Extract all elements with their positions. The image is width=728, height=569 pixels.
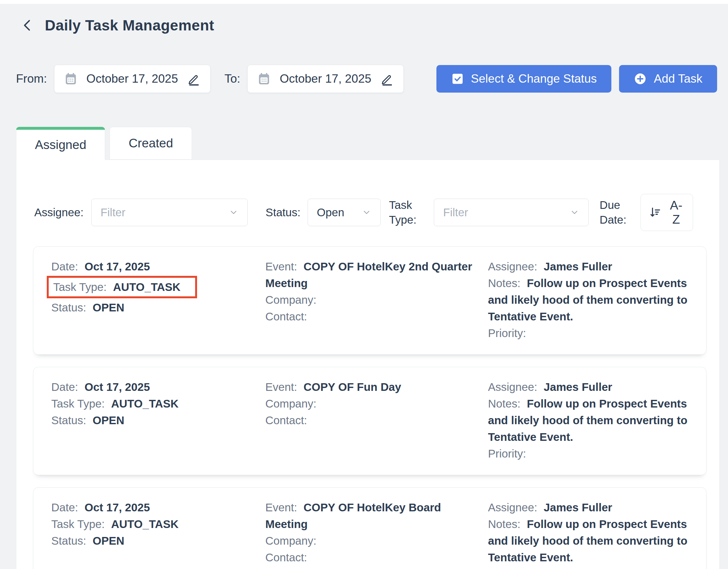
action-buttons: Select & Change Status Add Task <box>436 65 717 93</box>
task-status: OPEN <box>93 301 124 314</box>
tab-created[interactable]: Created <box>110 127 192 160</box>
chevron-down-icon <box>229 208 238 217</box>
task-status: OPEN <box>93 534 124 547</box>
checkbox-icon <box>451 72 464 85</box>
tab-assigned[interactable]: Assigned <box>16 127 105 160</box>
task-type-highlight-box: Task Type:AUTO_TASK <box>51 395 178 412</box>
edit-pencil-icon[interactable] <box>380 72 394 86</box>
assignee-filter-placeholder: Filter <box>101 206 126 219</box>
task-type: AUTO_TASK <box>113 281 181 293</box>
task-card-middle-column: Event:COPY OF HotelKey 2nd Quarter Meeti… <box>265 258 478 342</box>
task-type-filter-placeholder: Filter <box>443 206 468 219</box>
task-type-filter-dropdown[interactable]: Filter <box>434 199 589 226</box>
back-button[interactable] <box>20 18 35 33</box>
task-card[interactable]: Date:Oct 17, 2025 Task Type:AUTO_TASK St… <box>33 487 707 569</box>
task-date: Oct 17, 2025 <box>85 260 150 273</box>
status-filter-label: Status: <box>266 206 301 219</box>
task-assignee: James Fuller <box>544 501 612 514</box>
tab-created-label: Created <box>128 136 173 150</box>
to-date-value: October 17, 2025 <box>280 72 371 86</box>
chevron-down-icon <box>570 208 579 217</box>
to-date-picker[interactable]: October 17, 2025 <box>247 65 404 93</box>
due-date-label: Due Date: <box>600 198 641 227</box>
controls-row: From: October 17, 2025 To: October 17, 2… <box>16 65 717 93</box>
task-type-filter-label: Task Type: <box>389 198 430 227</box>
task-card[interactable]: Date:Oct 17, 2025 Task Type:AUTO_TASK St… <box>33 367 707 475</box>
task-card-left-column: Date:Oct 17, 2025 Task Type:AUTO_TASK St… <box>51 499 256 569</box>
tab-bar: Assigned Created <box>16 127 728 160</box>
task-assignee: James Fuller <box>544 260 612 273</box>
assignee-filter-dropdown[interactable]: Filter <box>91 199 248 226</box>
status-filter-value: Open <box>317 206 344 219</box>
task-assignee: James Fuller <box>544 381 612 393</box>
from-label: From: <box>16 72 47 86</box>
calendar-icon <box>257 72 271 86</box>
select-change-status-label: Select & Change Status <box>471 72 597 86</box>
select-change-status-button[interactable]: Select & Change Status <box>436 65 612 93</box>
task-card-right-column: Assignee:James Fuller Notes:Follow up on… <box>488 258 688 342</box>
task-date: Oct 17, 2025 <box>85 501 150 514</box>
sort-az-label: A-Z <box>667 198 685 227</box>
task-card-right-column: Assignee:James Fuller Notes:Follow up on… <box>488 379 688 462</box>
assignee-filter-label: Assignee: <box>34 206 84 219</box>
task-date: Oct 17, 2025 <box>85 381 150 393</box>
chevron-left-icon <box>21 18 35 32</box>
assigned-tab-panel: Assignee: Filter Status: Open Task Type:… <box>16 160 720 569</box>
task-list: Date:Oct 17, 2025 Task Type:AUTO_TASK St… <box>16 231 719 569</box>
task-type-highlight-box: Task Type:AUTO_TASK <box>47 276 197 298</box>
add-task-button[interactable]: Add Task <box>619 65 717 93</box>
page-header: Daily Task Management <box>0 4 728 34</box>
task-type: AUTO_TASK <box>111 518 179 530</box>
task-card-middle-column: Event:COPY OF Fun Day Company: Contact: <box>265 379 478 462</box>
task-card-right-column: Assignee:James Fuller Notes:Follow up on… <box>488 499 688 569</box>
to-label: To: <box>225 72 240 86</box>
calendar-icon <box>64 72 78 86</box>
page-title: Daily Task Management <box>45 17 214 34</box>
sort-descending-icon <box>648 205 663 220</box>
task-card-middle-column: Event:COPY OF HotelKey Board Meeting Com… <box>265 499 478 569</box>
plus-circle-icon <box>634 72 647 85</box>
task-type-highlight-box: Task Type:AUTO_TASK <box>51 516 178 532</box>
edit-pencil-icon[interactable] <box>187 72 201 86</box>
top-strip <box>0 0 728 4</box>
tab-assigned-label: Assigned <box>35 138 86 152</box>
chevron-down-icon <box>362 208 371 217</box>
add-task-label: Add Task <box>654 72 702 86</box>
task-event: COPY OF Fun Day <box>303 381 401 393</box>
sort-az-button[interactable]: A-Z <box>641 194 693 231</box>
task-card-left-column: Date:Oct 17, 2025 Task Type:AUTO_TASK St… <box>51 379 256 462</box>
list-filter-row: Assignee: Filter Status: Open Task Type:… <box>16 160 719 231</box>
task-status: OPEN <box>93 414 124 426</box>
task-card-left-column: Date:Oct 17, 2025 Task Type:AUTO_TASK St… <box>51 258 256 342</box>
status-filter-dropdown[interactable]: Open <box>308 199 381 226</box>
task-type: AUTO_TASK <box>111 397 179 410</box>
task-card[interactable]: Date:Oct 17, 2025 Task Type:AUTO_TASK St… <box>33 246 707 355</box>
from-date-picker[interactable]: October 17, 2025 <box>54 65 211 93</box>
from-date-value: October 17, 2025 <box>87 72 178 86</box>
